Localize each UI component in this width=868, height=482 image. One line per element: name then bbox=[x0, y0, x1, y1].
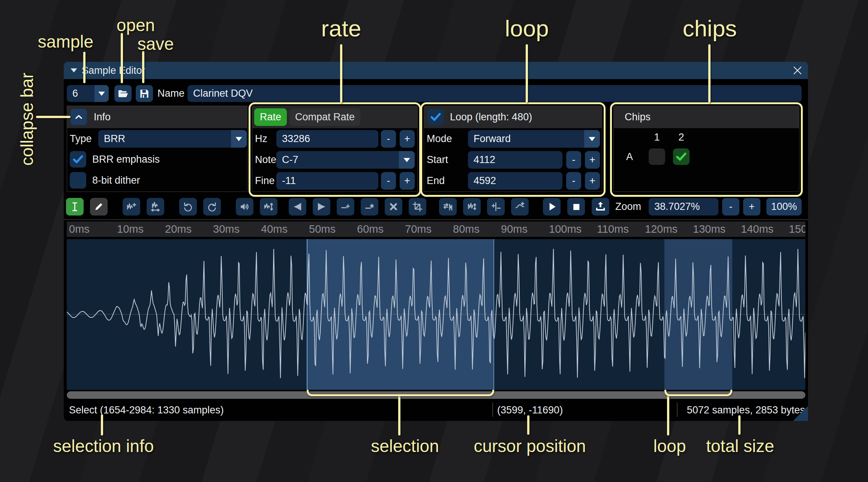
window-collapse-icon[interactable] bbox=[69, 66, 79, 76]
loop-annotation-outline bbox=[420, 102, 606, 197]
reset-zoom-button[interactable]: 100% bbox=[766, 198, 802, 216]
ruler-tick: 90ms bbox=[501, 223, 528, 235]
signed-unsigned-button[interactable] bbox=[487, 198, 505, 216]
loop-annotation-bracket bbox=[664, 390, 732, 396]
open-callout-line bbox=[121, 33, 123, 83]
chips-annotation-label: chips bbox=[683, 15, 737, 42]
brr-emphasis-label: BRR emphasis bbox=[92, 151, 160, 168]
dither-checkbox[interactable] bbox=[70, 172, 86, 189]
selection-info-annotation-label: selection info bbox=[53, 436, 154, 456]
upload-button[interactable] bbox=[592, 198, 609, 216]
ruler-tick: 30ms bbox=[213, 223, 240, 235]
rate-annotation-outline bbox=[249, 102, 421, 197]
collapse-bar-annotation-label: collapse bar bbox=[17, 73, 37, 166]
preview-button[interactable] bbox=[543, 198, 561, 216]
type-value: BRR bbox=[104, 133, 125, 145]
cursor-position-annotation-label: cursor position bbox=[474, 436, 586, 456]
ruler-tick: 80ms bbox=[453, 223, 480, 235]
type-dropdown-arrow-icon[interactable] bbox=[231, 130, 247, 148]
loop-bottom-annotation-label: loop bbox=[654, 436, 686, 456]
open-button[interactable] bbox=[114, 85, 132, 102]
status-selection-info: Select (1654-2984: 1330 samples) bbox=[69, 402, 224, 418]
ruler[interactable]: 0ms10ms20ms30ms40ms50ms60ms70ms80ms90ms1… bbox=[67, 222, 805, 237]
type-dropdown[interactable]: BRR bbox=[98, 130, 247, 148]
zoom-input[interactable]: 38.7027% bbox=[649, 198, 718, 216]
chips-annotation-outline bbox=[610, 102, 803, 197]
zoom-out-button[interactable]: - bbox=[722, 198, 739, 216]
info-panel-title: Info bbox=[94, 106, 111, 128]
ruler-tick: 10ms bbox=[117, 223, 144, 235]
screenshot-root: Sample Editor 6 Name Clarinet DQV Info T… bbox=[0, 0, 868, 482]
status-separator bbox=[677, 403, 678, 417]
fade-out-button[interactable] bbox=[313, 198, 330, 216]
open-annotation-label: open bbox=[117, 15, 155, 35]
sample-selector-arrow-icon[interactable] bbox=[94, 85, 109, 102]
ruler-tick: 130ms bbox=[693, 223, 726, 235]
total-size-callout-line bbox=[738, 415, 741, 435]
window-resize-corner[interactable] bbox=[793, 406, 808, 421]
insert-silence-button[interactable] bbox=[337, 198, 354, 216]
sample-annotation-label: sample bbox=[38, 31, 93, 52]
trim-button[interactable] bbox=[409, 198, 426, 216]
ruler-tick: 40ms bbox=[261, 223, 288, 235]
loop-bottom-callout-line bbox=[667, 395, 669, 436]
rate-annotation-label: rate bbox=[321, 15, 361, 42]
total-size-annotation-label: total size bbox=[706, 436, 774, 456]
zoom-label: Zoom bbox=[615, 198, 641, 216]
selection-annotation-bracket bbox=[307, 390, 494, 396]
window-titlebar[interactable] bbox=[64, 62, 808, 79]
save-button[interactable] bbox=[136, 85, 153, 102]
invert-button[interactable] bbox=[463, 198, 481, 216]
brr-emphasis-checkbox[interactable] bbox=[70, 151, 86, 168]
collapse-info-button[interactable] bbox=[70, 109, 87, 125]
ruler-tick: 60ms bbox=[357, 223, 384, 235]
ruler-tick: 20ms bbox=[165, 223, 192, 235]
waveform-view[interactable] bbox=[67, 239, 805, 390]
draw-button[interactable] bbox=[90, 198, 108, 216]
loop-annotation-label: loop bbox=[505, 15, 549, 42]
rate-callout-line bbox=[340, 44, 342, 103]
edit-mode-button[interactable] bbox=[66, 198, 84, 216]
ruler-tick: 100ms bbox=[549, 223, 582, 235]
waveform bbox=[67, 239, 805, 390]
zoom-value: 38.7027% bbox=[654, 201, 700, 213]
name-value: Clarinet DQV bbox=[193, 88, 253, 99]
stop-preview-button[interactable] bbox=[567, 198, 585, 216]
fade-in-button[interactable] bbox=[289, 198, 306, 216]
cursor-position-callout-line bbox=[527, 415, 529, 435]
dither-label: 8-bit dither bbox=[92, 172, 140, 189]
sample-callout-line bbox=[83, 52, 85, 83]
toolbar-separator bbox=[64, 219, 808, 220]
filter-button[interactable] bbox=[511, 198, 529, 216]
redo-button[interactable] bbox=[203, 198, 221, 216]
ruler-tick: 70ms bbox=[405, 223, 432, 235]
status-total-size: 5072 samples, 2853 bytes bbox=[687, 402, 805, 418]
name-label: Name bbox=[157, 85, 184, 102]
window-title: Sample Editor bbox=[82, 62, 145, 79]
ruler-tick: 120ms bbox=[645, 223, 678, 235]
resample-button[interactable] bbox=[123, 198, 140, 216]
selection-callout-line bbox=[398, 395, 400, 436]
delete-button[interactable] bbox=[385, 198, 402, 216]
zoom-in-button[interactable]: + bbox=[743, 198, 760, 216]
amplify-button[interactable] bbox=[236, 198, 253, 216]
selection-info-callout-line bbox=[101, 415, 103, 436]
ruler-tick: 50ms bbox=[309, 223, 336, 235]
chips-callout-line bbox=[708, 44, 711, 103]
save-callout-line bbox=[142, 51, 144, 83]
ruler-tick: 150ms bbox=[789, 223, 805, 235]
resize-button[interactable] bbox=[147, 198, 164, 216]
status-separator bbox=[492, 403, 493, 417]
type-label: Type bbox=[70, 130, 92, 148]
reverse-button[interactable] bbox=[439, 198, 457, 216]
apply-silence-button[interactable] bbox=[361, 198, 378, 216]
ruler-tick: 0ms bbox=[69, 223, 90, 235]
status-cursor-position: (3599, -11690) bbox=[497, 402, 563, 418]
ruler-tick: 110ms bbox=[597, 223, 629, 235]
normalize-button[interactable] bbox=[260, 198, 277, 216]
sample-selector[interactable]: 6 bbox=[67, 85, 109, 102]
close-icon[interactable] bbox=[792, 64, 804, 76]
loop-callout-line bbox=[526, 44, 528, 103]
ruler-tick: 140ms bbox=[741, 223, 774, 235]
undo-button[interactable] bbox=[179, 198, 197, 216]
